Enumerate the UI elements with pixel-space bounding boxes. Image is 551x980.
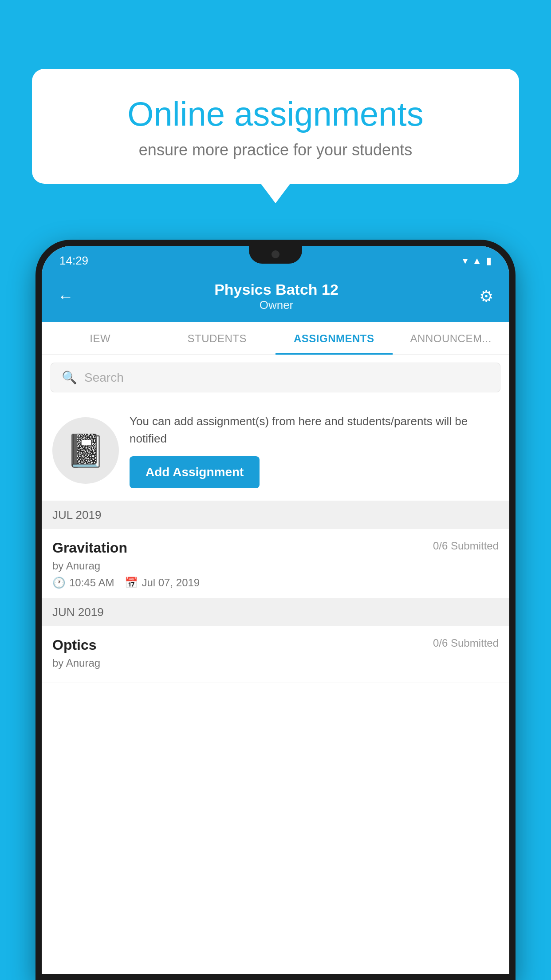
notch-camera xyxy=(272,250,279,258)
tab-announcements[interactable]: ANNOUNCEM... xyxy=(393,322,510,354)
meta-date: 📅 Jul 07, 2019 xyxy=(125,577,200,589)
assignment-item-optics[interactable]: Optics 0/6 Submitted by Anurag xyxy=(42,626,509,683)
assignment-gravitation-meta: 🕐 10:45 AM 📅 Jul 07, 2019 xyxy=(52,577,499,589)
section-header-jun: JUN 2019 xyxy=(42,598,509,626)
search-bar-wrap: 🔍 Search xyxy=(42,355,509,400)
phone-frame: 14:29 ▾ ▲ ▮ ← Physics Batch 12 Owner ⚙ I… xyxy=(35,240,516,980)
section-header-jul: JUL 2019 xyxy=(42,501,509,529)
tab-assignments[interactable]: ASSIGNMENTS xyxy=(276,322,393,354)
assignment-optics-by: by Anurag xyxy=(52,657,499,669)
tab-iew[interactable]: IEW xyxy=(42,322,159,354)
assignment-optics-name: Optics xyxy=(52,637,97,653)
section-header-jul-label: JUL 2019 xyxy=(52,508,101,522)
assignment-gravitation-by: by Anurag xyxy=(52,560,499,572)
speech-bubble-container: Online assignments ensure more practice … xyxy=(32,69,519,184)
wifi-icon: ▾ xyxy=(463,255,468,267)
promo-content: You can add assignment(s) from here and … xyxy=(130,413,499,488)
calendar-icon: 📅 xyxy=(125,577,138,589)
search-bar[interactable]: 🔍 Search xyxy=(51,363,500,392)
add-assignment-button[interactable]: Add Assignment xyxy=(130,456,260,488)
app-bar-title-area: Physics Batch 12 Owner xyxy=(214,281,338,312)
tab-students-label: STUDENTS xyxy=(188,332,247,344)
assignment-gravitation-date: Jul 07, 2019 xyxy=(142,577,200,589)
assignment-item-gravitation[interactable]: Gravitation 0/6 Submitted by Anurag 🕐 10… xyxy=(42,529,509,598)
assignment-gravitation-name: Gravitation xyxy=(52,540,127,556)
search-icon: 🔍 xyxy=(62,370,77,385)
section-header-jun-label: JUN 2019 xyxy=(52,605,104,619)
meta-time: 🕐 10:45 AM xyxy=(52,577,114,589)
assignment-optics-submitted: 0/6 Submitted xyxy=(433,637,499,649)
phone-notch xyxy=(249,246,302,264)
app-bar: ← Physics Batch 12 Owner ⚙ xyxy=(42,272,509,322)
content-area: 🔍 Search 📓 You can add assignment(s) fro… xyxy=(42,355,509,974)
app-bar-title: Physics Batch 12 xyxy=(214,281,338,298)
notebook-icon: 📓 xyxy=(66,432,106,470)
search-input-placeholder: Search xyxy=(84,371,124,385)
tab-students[interactable]: STUDENTS xyxy=(159,322,276,354)
assignment-gravitation-header: Gravitation 0/6 Submitted xyxy=(52,540,499,556)
promo-description: You can add assignment(s) from here and … xyxy=(130,413,499,447)
settings-button[interactable]: ⚙ xyxy=(479,287,493,306)
signal-icon: ▲ xyxy=(472,255,482,267)
promo-icon-circle: 📓 xyxy=(52,417,119,484)
status-icons: ▾ ▲ ▮ xyxy=(463,255,492,267)
clock-icon: 🕐 xyxy=(52,577,66,589)
back-button[interactable]: ← xyxy=(58,287,74,306)
bubble-title: Online assignments xyxy=(67,95,484,133)
tab-assignments-label: ASSIGNMENTS xyxy=(294,332,374,344)
tab-announcements-label: ANNOUNCEM... xyxy=(410,332,492,344)
bubble-subtitle: ensure more practice for your students xyxy=(67,141,484,159)
assignment-gravitation-time: 10:45 AM xyxy=(69,577,114,589)
assignment-optics-header: Optics 0/6 Submitted xyxy=(52,637,499,653)
speech-bubble: Online assignments ensure more practice … xyxy=(32,69,519,184)
app-bar-subtitle: Owner xyxy=(214,298,338,312)
tab-iew-label: IEW xyxy=(90,332,110,344)
phone-inner: 14:29 ▾ ▲ ▮ ← Physics Batch 12 Owner ⚙ I… xyxy=(42,246,509,974)
status-time: 14:29 xyxy=(59,254,88,268)
battery-icon: ▮ xyxy=(486,255,492,267)
tabs-container: IEW STUDENTS ASSIGNMENTS ANNOUNCEM... xyxy=(42,322,509,355)
promo-card: 📓 You can add assignment(s) from here an… xyxy=(42,400,509,501)
assignment-gravitation-submitted: 0/6 Submitted xyxy=(433,540,499,552)
